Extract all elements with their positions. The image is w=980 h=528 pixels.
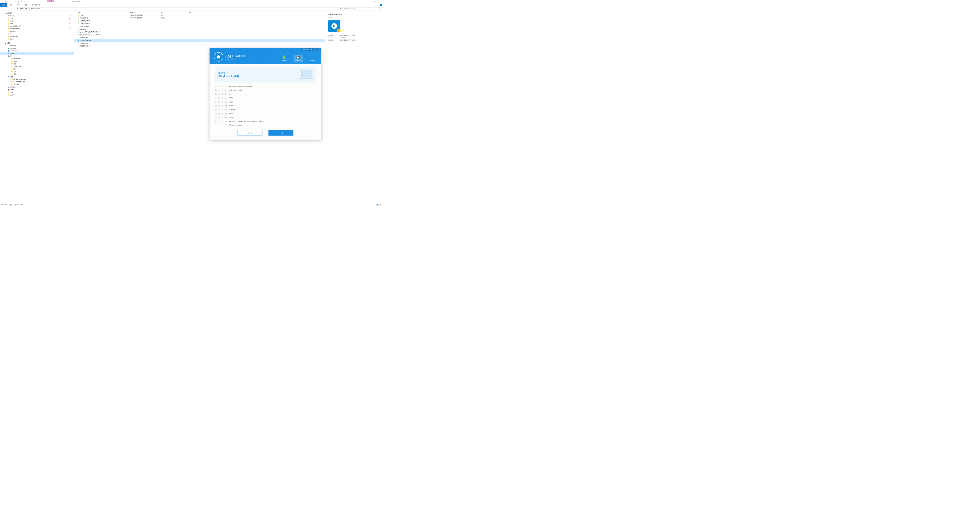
next-button[interactable]: 下一步 — [269, 130, 293, 136]
details-view-button[interactable]: ☰ — [376, 204, 379, 206]
folder-icon: 📁 — [11, 60, 13, 62]
file-row[interactable]: 📄硬盘安装教程.html — [74, 44, 325, 48]
nav-item[interactable]: 📁excel表格制作求和📌 — [0, 25, 74, 27]
crumb-folder[interactable]: Win7x64_2020 — [31, 8, 40, 10]
search-icon[interactable]: 🔍 — [380, 8, 381, 10]
nav-item[interactable]: ☁OneDrive — [0, 44, 74, 47]
nav-item[interactable]: 📁视频 — [0, 62, 74, 65]
close-button[interactable]: ✕ — [377, 0, 383, 3]
nav-item[interactable]: 📁win7重装win7 — [0, 35, 74, 38]
chevron-right-icon[interactable]: › — [19, 8, 19, 10]
installer-tab[interactable]: e官方网址 — [308, 55, 317, 62]
chevron-right-icon[interactable]: › — [30, 8, 30, 10]
folder-icon: 📁 — [11, 68, 13, 70]
nav-item[interactable]: 📁天翼云盘下载 — [0, 65, 74, 68]
col-name[interactable]: 名称 — [74, 11, 130, 13]
file-row[interactable]: ▣AUTORUN.EXE — [74, 19, 325, 22]
file-row[interactable]: ▣AUTORUN.ICO — [74, 22, 325, 25]
context-tab[interactable]: 管理 — [47, 0, 54, 2]
icons-view-button[interactable]: ▦ — [379, 204, 382, 206]
nav-item[interactable]: 👤Administrator — [0, 49, 74, 52]
refresh-button[interactable]: ⟳ — [340, 8, 342, 10]
up-button[interactable]: ↑ — [12, 7, 15, 10]
back-button[interactable]: ← — [1, 7, 4, 10]
col-type[interactable]: 类型 — [161, 11, 189, 13]
file-row[interactable]: 📄光盘说明.TXT — [74, 42, 325, 44]
minimize-button[interactable]: — — [365, 0, 371, 3]
nav-item[interactable]: 🖧网络 — [0, 76, 74, 78]
contact-support-button[interactable]: 联系客服 — [301, 48, 309, 51]
nav-item[interactable]: 📚库 — [0, 55, 74, 57]
nav-item[interactable]: 🖥Desktop📌 — [0, 14, 74, 17]
nav-item[interactable]: 📁本机照片 — [0, 60, 74, 62]
nav-item[interactable]: 📁文件 — [0, 94, 74, 96]
file-row[interactable]: 📄Config.dat — [74, 28, 325, 31]
nav-item[interactable]: 📁软件 — [0, 91, 74, 94]
tab-home[interactable]: 主页 — [7, 3, 15, 7]
nav-item[interactable]: 🗑回收站 — [0, 89, 74, 91]
chevron-right-icon[interactable]: › — [24, 8, 24, 10]
search-input[interactable]: 搜索"Win7x64_2020" 🔍 — [343, 7, 382, 11]
crumb-drive[interactable]: 文档 (E:) — [25, 8, 30, 10]
nav-item[interactable]: ☁WPS网盘 — [0, 47, 74, 49]
installer-tab[interactable]: 🔋启动U盘 — [280, 55, 288, 62]
nav-item[interactable]: 📁PC-20190530OBLA — [0, 81, 74, 83]
recent-dropdown[interactable]: ⌄ — [9, 7, 12, 10]
nav-item[interactable]: 🖥此电脑 — [0, 52, 74, 55]
installer-close-button[interactable]: ✕ — [317, 48, 321, 51]
nav-item[interactable]: 📁YUNQISHI2019📌 — [0, 27, 74, 30]
breadcrumb[interactable]: 🖥 › 此电脑 › 文档 (E:) › Win7x64_2020 ⟳ — [16, 7, 342, 11]
file-row[interactable]: 📄Win7x64.gho — [74, 36, 325, 39]
delete-icon[interactable]: ✖ — [14, 0, 17, 3]
info-key: 磁盘类型 — [215, 109, 229, 111]
nav-item[interactable]: 📁ZMT2019 — [0, 83, 74, 86]
maximize-button[interactable]: ☐ — [371, 0, 377, 3]
folder-icon: 📁 — [11, 71, 13, 73]
checkmark-icon[interactable]: ✔ — [7, 0, 10, 3]
details-pane: 本地硬盘安装.exe 应用程序 ⛨ 修改日期:2020/10/12, 星期一 1… — [325, 11, 383, 203]
file-row[interactable]: ◈本地硬盘安装.exe — [74, 39, 325, 42]
file-row[interactable]: 📁U盘安装教程 2020/12/25, 星期五 1... 文件夹 — [74, 17, 325, 19]
col-size[interactable]: 大小 — [189, 11, 208, 13]
file-row[interactable]: 💿pe_yqs_xp_20_07_31_15_53.iso — [74, 33, 325, 36]
nav-item[interactable]: ⚙控制面板 — [0, 86, 74, 89]
prop-val: 2020/12/25, 星期五 16:33 — [340, 39, 355, 41]
undo-icon[interactable]: ↶ — [20, 0, 23, 3]
nav-item[interactable]: 📁文档📌 — [0, 20, 74, 22]
prev-button[interactable]: 上一步 — [238, 130, 262, 136]
file-row[interactable]: 💿pe_yqs_1064_20_07_31_16_04.iso — [74, 31, 325, 33]
forward-button[interactable]: → — [5, 7, 8, 10]
nav-item[interactable]: 📁图片📌 — [0, 22, 74, 25]
nav-item[interactable]: 🖴G:\ — [0, 33, 74, 35]
nav-item[interactable]: 📁DESKTOP-LSSOEDP — [0, 78, 74, 81]
file-row[interactable]: 📄AUTORUN.INF — [74, 25, 325, 28]
nav-item[interactable]: 📁图片 — [0, 38, 74, 40]
ribbon-expand-icon[interactable]: ⌄ — [378, 4, 379, 6]
new-folder-icon[interactable]: ▮ — [11, 0, 13, 3]
crumb-thispc[interactable]: 此电脑 — [20, 8, 24, 10]
properties-icon[interactable]: ◐ — [17, 0, 20, 3]
qat-dropdown-icon[interactable]: ▾ — [23, 0, 26, 3]
help-icon[interactable]: ? — [380, 4, 382, 6]
info-key: 安全启动 — [215, 117, 229, 119]
tab-app-tools[interactable]: 应用程序工具 — [30, 3, 42, 7]
nav-item[interactable]: 📁图片 — [0, 68, 74, 70]
tab-share[interactable]: 共享 — [15, 3, 22, 7]
tab-view[interactable]: 查看 — [22, 3, 30, 7]
nav-item[interactable]: 📁文档 — [0, 70, 74, 73]
tab-file[interactable]: 文件 — [0, 3, 7, 7]
nav-item[interactable]: 📁Bandicam — [0, 30, 74, 33]
file-name: AUTORUN.EXE — [80, 20, 90, 22]
installer-minimize-button[interactable]: — — [313, 48, 318, 51]
quick-access-header[interactable]: ★快速访问 — [0, 12, 74, 14]
navigation-pane[interactable]: ★快速访问 🖥Desktop📌📁下载📌📁文档📌📁图片📌📁excel表格制作求和📌… — [0, 11, 74, 203]
nav-item[interactable]: 📁保存的图片 — [0, 57, 74, 60]
nav-item[interactable]: 📁音乐 — [0, 73, 74, 76]
desktop-header[interactable]: 🖥桌面 — [0, 42, 74, 44]
installer-tab[interactable]: 💾一键装机 — [293, 55, 303, 62]
col-date[interactable]: 修改日期 — [130, 11, 161, 13]
file-row[interactable]: 📁Tools 2020/12/25, 星期五 1... 文件夹 — [74, 14, 325, 17]
nav-item[interactable]: 📁下载📌 — [0, 17, 74, 20]
menu-icon[interactable]: ≡ — [309, 48, 313, 51]
folder-icon: 📁 — [8, 20, 10, 22]
